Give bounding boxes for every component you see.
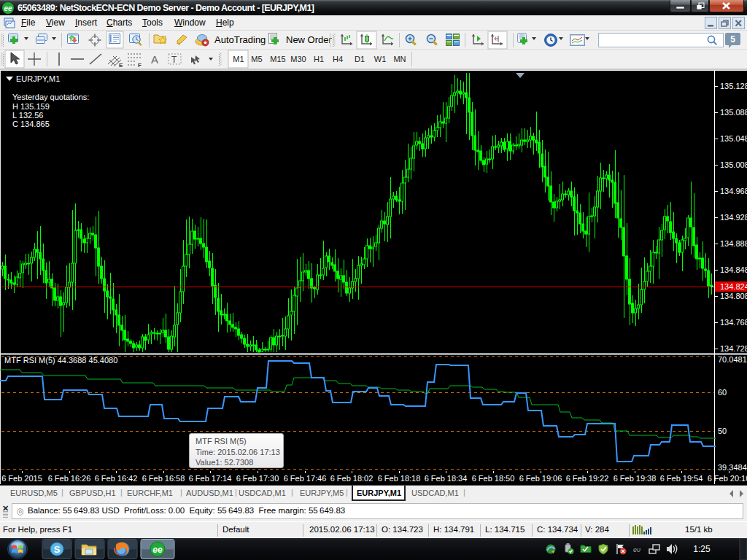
svg-text:H4: H4 [333,55,343,63]
svg-text:C 134.865: C 134.865 [12,120,50,128]
svg-text:D1: D1 [355,55,365,63]
svg-text:6 Feb 19:22: 6 Feb 19:22 [566,474,609,483]
svg-text:6 Feb 18:18: 6 Feb 18:18 [378,474,421,483]
svg-text:6 Feb 17:46: 6 Feb 17:46 [284,474,327,483]
svg-text:M30: M30 [290,55,306,63]
svg-text:E: E [119,62,123,69]
svg-text:5: 5 [730,34,735,44]
svg-text:T: T [171,55,177,65]
svg-text:6 Feb 2015: 6 Feb 2015 [1,474,42,483]
svg-text:6 Feb 16:26: 6 Feb 16:26 [48,474,91,483]
svg-text:EURJPY,M1: EURJPY,M1 [16,74,60,83]
svg-text:70.0481: 70.0481 [718,355,747,364]
svg-text:6 Feb 16:42: 6 Feb 16:42 [95,474,138,483]
svg-text:MTF RSI M(5) 44.3688 45.4080: MTF RSI M(5) 44.3688 45.4080 [4,356,117,365]
svg-text:1:25: 1:25 [693,544,711,554]
svg-text:W1: W1 [374,55,387,63]
svg-text:6 Feb 19:38: 6 Feb 19:38 [614,474,657,483]
svg-text:AutoTrading: AutoTrading [214,34,266,45]
svg-text:MN: MN [393,55,406,63]
svg-text:6 Feb 16:58: 6 Feb 16:58 [142,474,185,483]
svg-text:134.808: 134.808 [720,292,747,300]
svg-text:M1: M1 [233,55,244,63]
svg-text:L 132.56: L 132.56 [12,111,43,120]
svg-text:6 Feb 17:30: 6 Feb 17:30 [236,474,279,483]
svg-text:50: 50 [718,427,727,435]
svg-text:6 Feb 18:02: 6 Feb 18:02 [330,474,374,483]
svg-text:ee: ee [4,4,12,12]
svg-text:eʋ: eʋ [633,546,640,553]
svg-text:ee: ee [152,545,163,555]
svg-text:134.928: 134.928 [720,213,747,222]
svg-text:6 Feb 18:50: 6 Feb 18:50 [472,474,515,483]
svg-text:134.728: 134.728 [720,344,747,353]
svg-text:134.768: 134.768 [720,318,747,327]
svg-text:135.048: 135.048 [720,134,747,143]
svg-text:H 135.159: H 135.159 [12,102,50,111]
svg-text:134.888: 134.888 [720,239,747,248]
svg-text:S: S [54,544,61,555]
svg-text:60: 60 [718,388,727,397]
svg-text:135.008: 135.008 [720,160,747,169]
svg-text:H1: H1 [314,55,324,63]
svg-text:135.128: 135.128 [720,82,747,90]
svg-text:M15: M15 [270,55,285,63]
svg-text:6 Feb 18:34: 6 Feb 18:34 [425,474,468,483]
svg-text:135.088: 135.088 [720,108,747,117]
svg-text:M5: M5 [251,55,262,63]
svg-text:6 Feb 19:06: 6 Feb 19:06 [519,474,562,483]
svg-text:134.848: 134.848 [720,265,747,274]
svg-text:134.824: 134.824 [720,282,747,291]
svg-text:New Order: New Order [286,34,333,45]
svg-text:Yesterday quotations:: Yesterday quotations: [12,93,89,101]
svg-text:39.3484: 39.3484 [718,463,747,472]
svg-text:134.968: 134.968 [720,187,747,195]
svg-text:F: F [138,62,142,69]
svg-text:6 Feb 17:14: 6 Feb 17:14 [189,474,232,483]
svg-text:6 Feb 19:54: 6 Feb 19:54 [660,474,703,483]
svg-text:6 Feb 20:10: 6 Feb 20:10 [708,474,747,483]
svg-text:A: A [151,53,158,66]
